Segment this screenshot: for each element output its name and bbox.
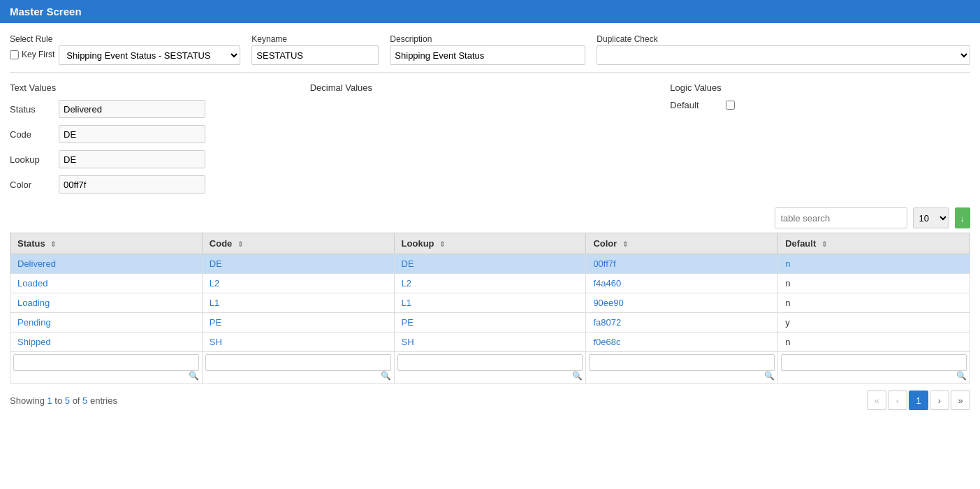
decimal-values-title: Decimal Values — [310, 82, 671, 93]
pagination-next[interactable]: › — [930, 391, 949, 410]
logic-values-title: Logic Values — [670, 82, 970, 93]
lookup-field-label: Lookup — [10, 154, 59, 165]
col-header-lookup[interactable]: Lookup ⇕ — [394, 233, 586, 254]
col-header-color[interactable]: Color ⇕ — [586, 233, 778, 254]
cell-color-2: 90ee90 — [586, 293, 778, 313]
cell-status-3: Pending — [10, 313, 203, 333]
cell-code-2: L1 — [202, 293, 394, 313]
filter-status-input[interactable] — [13, 354, 199, 371]
col-header-status[interactable]: Status ⇕ — [10, 233, 203, 254]
cell-lookup-3: PE — [394, 313, 586, 333]
top-form-row: Select Rule Key First Shipping Event Sta… — [10, 30, 970, 73]
default-label: Default — [670, 100, 726, 110]
cell-color-0: 00ff7f — [586, 254, 778, 274]
duplicate-check-label: Duplicate Check — [597, 34, 970, 44]
pagination-row: Showing 1 to 5 of 5 entries « ‹ 1 › » — [10, 384, 970, 413]
table-row[interactable]: LoadedL2L2f4a460n — [10, 274, 970, 293]
col-header-default[interactable]: Default ⇕ — [778, 233, 970, 254]
app-title: Master Screen — [10, 6, 82, 17]
showing-to: 5 — [65, 395, 70, 406]
filter-default-cell: 🔍 — [778, 352, 970, 384]
cell-code-4: SH — [202, 333, 394, 352]
sort-icon-color: ⇕ — [622, 240, 628, 248]
showing-text: Showing 1 to 5 of 5 entries — [10, 395, 117, 406]
app-header: Master Screen — [0, 0, 980, 23]
main-content: Select Rule Key First Shipping Event Sta… — [0, 23, 980, 420]
values-section: Text Values Status Code Lookup Color Dec… — [10, 73, 970, 207]
cell-code-0: DE — [202, 254, 394, 274]
key-first-label: Key First — [22, 50, 54, 59]
cell-lookup-4: SH — [394, 333, 586, 352]
sort-icon-default: ⇕ — [821, 240, 827, 248]
color-field-row: Color — [10, 175, 310, 194]
default-row: Default — [670, 100, 970, 110]
description-label: Description — [390, 34, 585, 44]
keyname-group: Keyname — [251, 34, 379, 65]
table-row[interactable]: ShippedSHSHf0e68cn — [10, 333, 970, 352]
duplicate-check-group: Duplicate Check — [597, 34, 970, 65]
lookup-field-row: Lookup — [10, 150, 310, 168]
key-first-checkbox[interactable] — [10, 50, 19, 59]
filter-code-input[interactable] — [205, 354, 391, 371]
cell-lookup-1: L2 — [394, 274, 586, 293]
pagination-page-1[interactable]: 1 — [909, 391, 928, 410]
cell-default-3: y — [778, 313, 970, 333]
page-size-select[interactable]: 10 25 50 100 — [913, 207, 949, 228]
cell-default-2: n — [778, 293, 970, 313]
keyname-label: Keyname — [251, 34, 379, 44]
table-header-row: Status ⇕ Code ⇕ Lookup ⇕ Color ⇕ Default… — [10, 233, 970, 254]
select-rule-dropdown[interactable]: Shipping Event Status - SESTATUS — [59, 45, 240, 65]
cell-default-1: n — [778, 274, 970, 293]
cell-status-2: Loading — [10, 293, 203, 313]
cell-status-1: Loaded — [10, 274, 203, 293]
lookup-field-input[interactable] — [59, 150, 205, 168]
cell-lookup-0: DE — [394, 254, 586, 274]
status-field-label: Status — [10, 104, 59, 115]
status-field-input[interactable] — [59, 100, 205, 118]
filter-status-cell: 🔍 — [10, 352, 203, 384]
filter-lookup-icon: 🔍 — [572, 371, 583, 381]
sort-icon-code: ⇕ — [237, 240, 243, 248]
table-filter-row: 🔍 🔍 🔍 🔍 🔍 — [10, 352, 970, 384]
select-rule-group: Select Rule Key First Shipping Event Sta… — [10, 34, 240, 65]
code-field-input[interactable] — [59, 125, 205, 143]
pagination-buttons: « ‹ 1 › » — [867, 391, 970, 410]
table-row[interactable]: LoadingL1L190ee90n — [10, 293, 970, 313]
key-first-group: Key First — [10, 50, 54, 59]
table-search-input[interactable] — [775, 207, 907, 228]
filter-lookup-cell: 🔍 — [394, 352, 586, 384]
filter-default-icon: 🔍 — [956, 371, 967, 381]
table-body: DeliveredDEDE00ff7fnLoadedL2L2f4a460nLoa… — [10, 254, 970, 352]
description-group: Description — [390, 34, 585, 65]
pagination-prev[interactable]: ‹ — [888, 391, 907, 410]
pagination-first[interactable]: « — [867, 391, 886, 410]
cell-default-0: n — [778, 254, 970, 274]
filter-default-input[interactable] — [781, 354, 967, 371]
color-field-input[interactable] — [59, 175, 205, 194]
pagination-last[interactable]: » — [951, 391, 970, 410]
status-field-row: Status — [10, 100, 310, 118]
showing-total: 5 — [82, 395, 87, 406]
filter-code-icon: 🔍 — [381, 371, 391, 381]
showing-from: 1 — [47, 395, 52, 406]
default-checkbox[interactable] — [726, 101, 735, 110]
sort-icon-status: ⇕ — [50, 240, 56, 248]
table-row[interactable]: PendingPEPEfa8072y — [10, 313, 970, 333]
filter-code-cell: 🔍 — [202, 352, 394, 384]
filter-color-input[interactable] — [589, 354, 775, 371]
code-field-row: Code — [10, 125, 310, 143]
cell-color-3: fa8072 — [586, 313, 778, 333]
color-field-label: Color — [10, 180, 59, 190]
duplicate-check-dropdown[interactable] — [597, 45, 970, 65]
keyname-input[interactable] — [251, 45, 379, 65]
filter-lookup-input[interactable] — [397, 354, 583, 371]
cell-status-4: Shipped — [10, 333, 203, 352]
col-header-code[interactable]: Code ⇕ — [202, 233, 394, 254]
table-row[interactable]: DeliveredDEDE00ff7fn — [10, 254, 970, 274]
text-values-title: Text Values — [10, 82, 310, 93]
text-values-col: Text Values Status Code Lookup Color — [10, 82, 310, 200]
table-controls: 10 25 50 100 ↓ — [10, 207, 970, 228]
export-button[interactable]: ↓ — [955, 207, 971, 228]
description-input[interactable] — [390, 45, 585, 65]
cell-color-4: f0e68c — [586, 333, 778, 352]
